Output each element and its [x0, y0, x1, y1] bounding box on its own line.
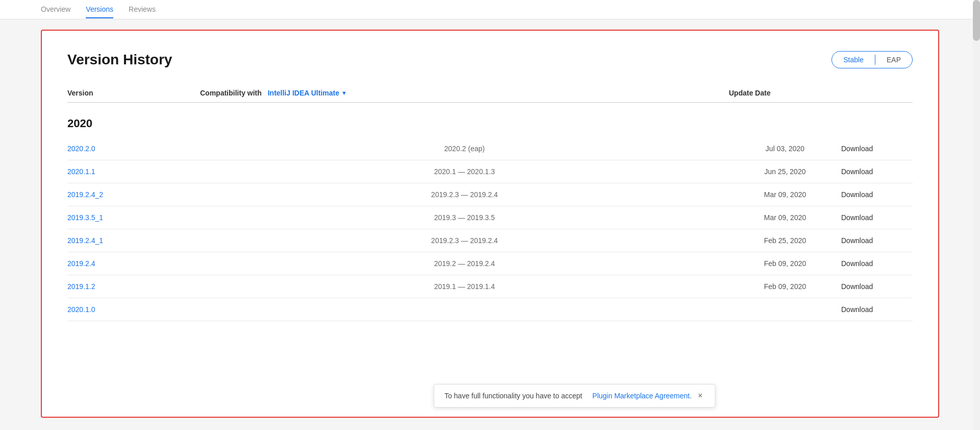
compat-text: 2020.1 — 2020.1.3 [200, 168, 729, 176]
table-row: 2019.1.2 2019.1 — 2019.1.4 Feb 09, 2020 … [67, 275, 913, 298]
table-row: 2019.3.5_1 2019.3 — 2019.3.5 Mar 09, 202… [67, 206, 913, 229]
download-button[interactable]: Download [841, 213, 913, 222]
stable-toggle-button[interactable]: Stable [832, 52, 875, 68]
notification-text: To have full functionality you have to a… [445, 392, 582, 400]
table-row: 2020.1.0 Download [67, 298, 913, 321]
update-date: Mar 09, 2020 [729, 190, 841, 199]
download-button[interactable]: Download [841, 145, 913, 153]
table-row: 2019.2.4_1 2019.2.3 — 2019.2.4 Feb 25, 2… [67, 229, 913, 252]
notification-close-button[interactable]: × [696, 392, 704, 400]
version-link[interactable]: 2020.1.0 [67, 305, 200, 314]
status-bar [964, 428, 970, 430]
col-header-update-date: Update Date [729, 89, 841, 97]
version-link[interactable]: 2019.2.4_1 [67, 236, 200, 245]
marketplace-agreement-link[interactable]: Plugin Marketplace Agreement. [593, 392, 692, 400]
update-date: Mar 09, 2020 [729, 213, 841, 222]
version-type-toggle: Stable EAP [831, 51, 913, 68]
main-content: Version History Stable EAP Version Compa… [0, 19, 980, 430]
version-link[interactable]: 2020.1.1 [67, 168, 200, 176]
col-header-action [841, 89, 913, 97]
tab-overview[interactable]: Overview [41, 1, 70, 18]
update-date: Feb 09, 2020 [729, 259, 841, 268]
download-button[interactable]: Download [841, 168, 913, 176]
col-header-version: Version [67, 89, 200, 97]
panel-header: Version History Stable EAP [67, 51, 913, 68]
tabs-bar: Overview Versions Reviews [0, 0, 980, 19]
panel-title: Version History [67, 52, 172, 68]
version-link[interactable]: 2019.1.2 [67, 282, 200, 291]
tab-versions[interactable]: Versions [86, 1, 113, 18]
download-button[interactable]: Download [841, 282, 913, 291]
compat-text: 2019.1 — 2019.1.4 [200, 282, 729, 291]
compatibility-label: Compatibility with [200, 89, 262, 97]
download-button[interactable]: Download [841, 236, 913, 245]
version-link[interactable]: 2019.2.4_2 [67, 190, 200, 199]
download-button[interactable]: Download [841, 305, 913, 314]
version-link[interactable]: 2019.3.5_1 [67, 213, 200, 222]
col-header-compatibility: Compatibility with IntelliJ IDEA Ultimat… [200, 89, 729, 97]
version-link[interactable]: 2020.2.0 [67, 145, 200, 153]
content-panel: Version History Stable EAP Version Compa… [41, 30, 939, 418]
year-group-2020: 2020 [67, 107, 913, 137]
table-row: 2020.1.1 2020.1 — 2020.1.3 Jun 25, 2020 … [67, 160, 913, 183]
download-button[interactable]: Download [841, 190, 913, 199]
table-row: 2019.2.4_2 2019.2.3 — 2019.2.4 Mar 09, 2… [67, 183, 913, 206]
scrollbar-track [973, 0, 980, 430]
compat-text: 2020.2 (eap) [200, 145, 729, 153]
compat-text: 2019.2 — 2019.2.4 [200, 259, 729, 268]
update-date: Feb 25, 2020 [729, 236, 841, 245]
compatibility-product-link[interactable]: IntelliJ IDEA Ultimate [267, 89, 339, 97]
tab-reviews[interactable]: Reviews [129, 1, 156, 18]
download-button[interactable]: Download [841, 259, 913, 268]
update-date: Jul 03, 2020 [729, 145, 841, 153]
versions-table: Version Compatibility with IntelliJ IDEA… [67, 89, 913, 321]
compat-text: 2019.2.3 — 2019.2.4 [200, 236, 729, 245]
compat-text: 2019.2.3 — 2019.2.4 [200, 190, 729, 199]
update-date: Feb 09, 2020 [729, 282, 841, 291]
scrollbar-thumb[interactable] [973, 0, 980, 41]
notification-bar: To have full functionality you have to a… [434, 384, 716, 408]
eap-toggle-button[interactable]: EAP [875, 52, 912, 68]
table-row: 2020.2.0 2020.2 (eap) Jul 03, 2020 Downl… [67, 137, 913, 160]
version-link[interactable]: 2019.2.4 [67, 259, 200, 268]
table-row: 2019.2.4 2019.2 — 2019.2.4 Feb 09, 2020 … [67, 252, 913, 275]
compat-text: 2019.3 — 2019.3.5 [200, 213, 729, 222]
dropdown-arrow-icon[interactable]: ▼ [341, 90, 347, 96]
table-header-row: Version Compatibility with IntelliJ IDEA… [67, 89, 913, 103]
update-date: Jun 25, 2020 [729, 168, 841, 176]
